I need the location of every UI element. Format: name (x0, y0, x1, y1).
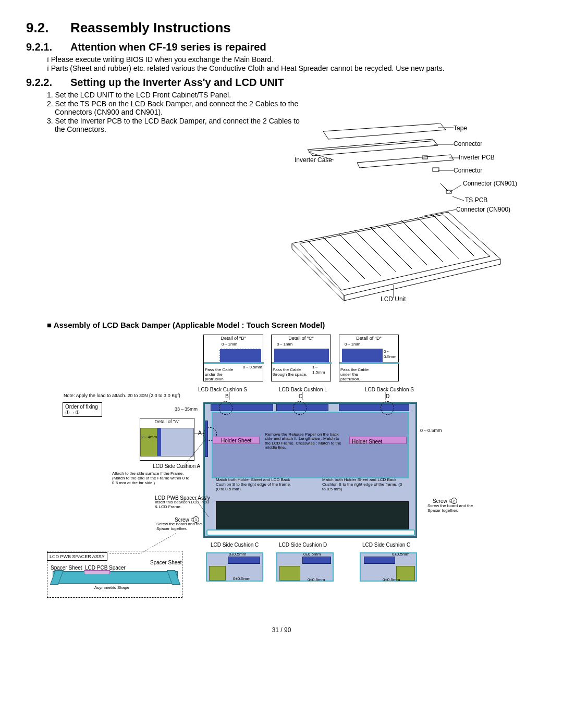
svg-line-11 (433, 215, 474, 256)
step-3: 3. Set the Inverter PCB to the LCD Back … (55, 117, 305, 133)
subsection-2-number: 9.2.2. (26, 77, 70, 89)
figure-2-back-damper: Detail of "B" 0～1mm 0～0.5mm Pass the Cab… (47, 335, 516, 611)
label-inverter-pcb: Inverter PCB (459, 154, 495, 161)
subsection-1-number: 9.2.1. (26, 41, 70, 53)
label-ts-pcb: TS PCB (465, 196, 487, 204)
section-heading: 9.2.Reassembly Instructions (26, 20, 537, 36)
figure-1-exploded-view: Tape Connector Inverter Case Inverter PC… (276, 124, 537, 316)
label-inverter-case: Inverter Case (295, 156, 332, 164)
svg-rect-1 (433, 168, 439, 171)
svg-line-6 (354, 230, 396, 272)
label-connector-cn901: Connector (CN901) (463, 180, 517, 187)
svg-line-26 (195, 499, 209, 517)
svg-line-3 (308, 241, 349, 282)
svg-line-4 (323, 237, 365, 279)
label-lcd-unit: LCD Unit (381, 295, 406, 303)
subsection-heading-2: 9.2.2.Setting up the Inverter Ass'y and … (26, 77, 537, 89)
svg-line-17 (449, 185, 461, 192)
assembly-heading: ■ Assembly of LCD Back Damper (Applicabl… (47, 320, 537, 329)
step-1: 1. Set the LCD UNIT to the LCD Front Cab… (55, 91, 305, 99)
step-2: 2. Set the TS PCB on the LCD Back Damper… (55, 100, 305, 116)
svg-line-8 (386, 224, 427, 265)
exploded-view-svg (276, 124, 537, 316)
svg-line-7 (370, 227, 412, 269)
section-number: 9.2. (26, 20, 70, 36)
page-container: 9.2.Reassembly Instructions 9.2.1.Attent… (0, 0, 563, 644)
subsection-heading-1: 9.2.1.Attention when CF-19 series is rep… (26, 41, 537, 53)
label-connector-2: Connector (454, 167, 482, 174)
svg-line-9 (401, 220, 443, 262)
svg-line-25 (183, 439, 206, 466)
page-number: 31 / 90 (26, 626, 537, 634)
svg-line-18 (452, 196, 464, 201)
subsection-1-title: Attention when CF-19 series is repaired (70, 41, 266, 53)
label-tape: Tape (454, 125, 467, 132)
label-connector-1: Connector (454, 140, 482, 147)
svg-rect-0 (422, 156, 427, 159)
svg-rect-2 (446, 190, 451, 193)
section-title: Reassembly Instructions (70, 20, 231, 35)
subsection-2-title: Setting up the Inverter Ass'y and LCD UN… (70, 77, 284, 88)
fig2-leaders (47, 335, 516, 611)
label-connector-cn900: Connector (CN900) (456, 206, 510, 213)
bullet-parts: ï Parts (Sheet and rubber) etc. related … (47, 64, 537, 72)
svg-line-5 (339, 234, 381, 276)
bullet-bios: ï Please execute writing BIOS ID when yo… (47, 55, 537, 64)
